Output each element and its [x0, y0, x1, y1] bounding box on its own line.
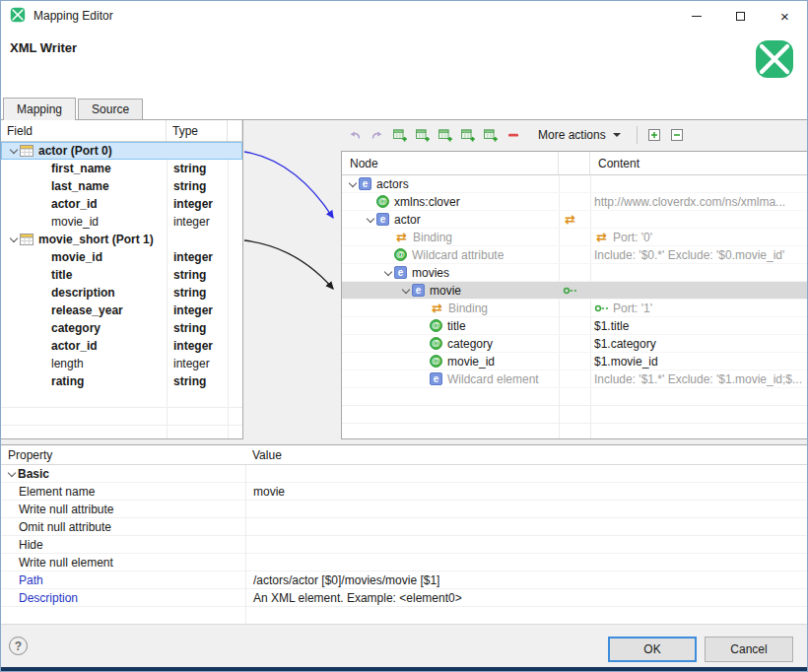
add-sibling-element-icon[interactable] [413, 125, 433, 145]
add-element-into-icon[interactable] [436, 125, 455, 145]
node-content-cell: Port: '1' [590, 302, 807, 315]
field-label: movie_id [51, 250, 102, 264]
property-row[interactable]: DescriptionAn XML element. Example: <ele… [1, 589, 808, 607]
node-label: Wildcard element [447, 372, 539, 386]
field-row[interactable]: actor (Port 0) [1, 142, 242, 160]
node-label: actor [394, 213, 421, 227]
node-row[interactable]: @xmlns:cloverhttp://www.cloverdx.com/ns/… [342, 193, 807, 211]
field-row[interactable]: ratingstring [1, 372, 242, 390]
minimize-button[interactable] [674, 1, 718, 31]
tab-mapping[interactable]: Mapping [3, 98, 76, 120]
expand-all-icon[interactable] [644, 125, 664, 145]
node-row[interactable]: emovies [342, 264, 807, 282]
node-content-cell: $1.title [590, 319, 807, 333]
node-row[interactable]: ⇄Binding⇄Port: '0' [342, 229, 807, 246]
property-row[interactable]: Omit null attribute [1, 518, 808, 536]
property-name: Hide [1, 538, 245, 552]
node-content-cell: Include: '$1.*' Exclude: '$1.movie_id;$.… [590, 372, 807, 386]
node-label: category [447, 337, 493, 351]
field-label: length [51, 357, 84, 370]
field-label: movie_short (Port 1) [38, 233, 154, 246]
help-button[interactable]: ? [9, 637, 28, 655]
empty-rows-area [1, 390, 242, 438]
property-group-row[interactable]: Basic [1, 465, 808, 483]
property-name: Write null element [1, 556, 245, 570]
field-type: integer [167, 215, 228, 229]
add-child-element-icon[interactable] [390, 125, 410, 145]
expander-toggle[interactable] [364, 216, 376, 224]
property-name: Description [1, 591, 245, 605]
field-row[interactable]: titlestring [1, 266, 242, 284]
tab-source[interactable]: Source [78, 99, 143, 119]
node-row[interactable]: @title$1.title [342, 317, 807, 335]
field-row[interactable]: movie_short (Port 1) [1, 231, 242, 248]
property-group-label: Basic [18, 467, 49, 481]
field-column-header: Field [1, 120, 167, 141]
node-row[interactable]: @Wildcard attributeInclude: '$0.*' Exclu… [342, 246, 807, 264]
node-content-cell: Include: '$0.*' Exclude: '$0.movie_id' [590, 248, 807, 262]
collapse-all-icon[interactable] [667, 125, 687, 145]
property-row[interactable]: Element namemovie [1, 483, 808, 501]
field-row[interactable]: first_namestring [1, 160, 242, 177]
node-content-cell: $1.movie_id [590, 355, 807, 369]
remove-icon[interactable] [504, 125, 523, 145]
node-row[interactable]: ⇄BindingPort: '1' [342, 300, 807, 317]
page-title: XML Writer [10, 40, 77, 55]
node-row[interactable]: emovie [342, 282, 807, 300]
node-row[interactable]: eactors [342, 175, 807, 193]
field-row[interactable]: movie_idinteger [1, 248, 242, 266]
close-icon: × [780, 9, 789, 24]
field-row[interactable]: movie_idinteger [1, 213, 242, 231]
cancel-button[interactable]: Cancel [705, 637, 793, 662]
ok-button[interactable]: OK [608, 637, 697, 662]
expander-toggle[interactable] [381, 269, 394, 277]
binding-icon: ⇄ [394, 231, 409, 243]
property-row[interactable]: Write null attribute [1, 501, 808, 518]
field-row[interactable]: descriptionstring [1, 284, 242, 302]
field-row[interactable]: actor_idinteger [1, 337, 242, 355]
expander-toggle[interactable] [7, 235, 20, 243]
node-label: title [447, 319, 466, 333]
field-row[interactable]: categorystring [1, 319, 242, 337]
node-row[interactable]: eWildcard elementInclude: '$1.*' Exclude… [342, 370, 807, 388]
field-row[interactable]: release_yearinteger [1, 302, 242, 319]
add-attribute-icon[interactable] [458, 125, 478, 145]
node-row[interactable]: @category$1.category [342, 335, 807, 353]
map-previous-icon[interactable] [345, 125, 365, 145]
more-actions-button[interactable]: More actions [529, 125, 630, 145]
property-value: /actors/actor [$0]/movies/movie [$1] [245, 573, 808, 587]
field-row[interactable]: lengthinteger [1, 355, 242, 372]
map-next-icon[interactable] [368, 125, 387, 145]
node-label: movie_id [447, 355, 495, 369]
property-value: movie [245, 485, 808, 499]
node-row[interactable]: eactor⇄ [342, 211, 807, 229]
expander-toggle[interactable] [399, 287, 412, 295]
maximize-button[interactable] [718, 1, 763, 31]
node-table-body: eactors@xmlns:cloverhttp://www.cloverdx.… [342, 175, 807, 438]
element-icon: e [359, 177, 371, 190]
node-content: Port: '0' [613, 231, 652, 244]
property-row[interactable]: Hide [1, 536, 808, 554]
binding-indicator-cell [559, 285, 590, 297]
field-row[interactable]: last_namestring [1, 177, 242, 195]
property-panel-header: Property Value [1, 445, 808, 465]
cloverdx-logo-icon [755, 39, 794, 82]
node-row[interactable]: @movie_id$1.movie_id [342, 353, 807, 370]
field-row[interactable]: actor_idinteger [1, 195, 242, 213]
minimize-icon [692, 16, 702, 17]
property-panel-body: BasicElement namemovieWrite null attribu… [1, 465, 808, 624]
expander-toggle[interactable] [346, 180, 359, 188]
expander-toggle[interactable] [7, 147, 20, 155]
close-button[interactable]: × [763, 1, 807, 31]
add-wildcard-attribute-icon[interactable] [481, 125, 501, 145]
field-label: title [51, 268, 72, 282]
property-row[interactable]: Path/actors/actor [$0]/movies/movie [$1] [1, 571, 808, 589]
property-row[interactable]: Write null element [1, 554, 808, 571]
node-content: $1.title [594, 319, 629, 333]
element-icon: e [394, 266, 407, 279]
binding-indicator-cell: ⇄ [559, 213, 590, 226]
expander-toggle[interactable] [5, 470, 18, 478]
attribute-icon: @ [430, 355, 442, 368]
toolbar-separator [637, 126, 638, 144]
window-controls: × [674, 1, 807, 31]
